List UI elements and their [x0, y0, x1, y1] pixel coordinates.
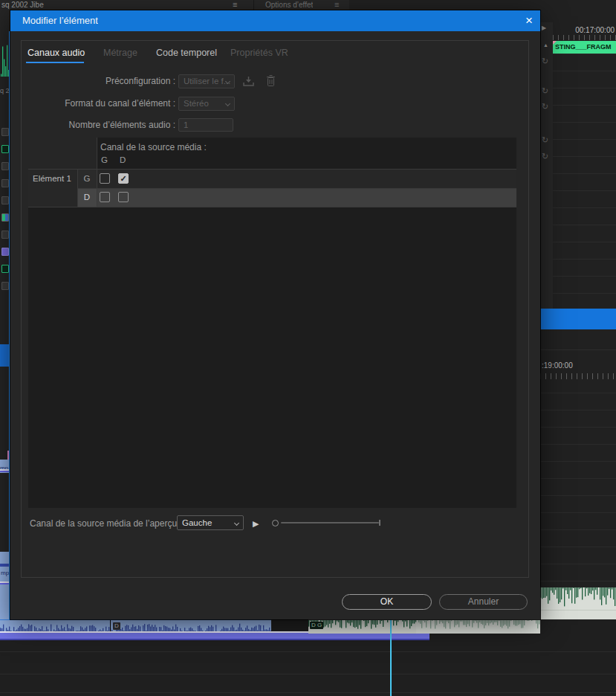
clip-count-label: Nombre d’éléments audio : [10, 120, 175, 130]
active-tab-underline [26, 62, 84, 63]
bin-item-icon[interactable] [1, 128, 9, 136]
track-separator [0, 674, 616, 674]
tab-bar-filler [349, 0, 616, 10]
preview-channel-value: Gauche [182, 518, 212, 527]
panel-divider [253, 0, 254, 10]
bin-item-icon[interactable] [1, 282, 9, 290]
channel-checkbox-d-g[interactable] [100, 192, 110, 202]
dialog-title-bar[interactable]: Modifier l’élément × [10, 10, 540, 31]
track-separator [0, 651, 616, 652]
timeline-bottom-panel: D D G [0, 619, 616, 696]
preview-play-button[interactable]: ▶ [253, 518, 259, 529]
dialog-title: Modifier l’élément [22, 15, 98, 26]
sync-lock-icon[interactable]: ↻ [542, 135, 548, 145]
audio-clip-white[interactable]: D G [308, 619, 540, 634]
channel-badge-dg: D G [310, 622, 323, 629]
chevron-down-icon [234, 521, 239, 526]
premiere-screen: sq 2002 Jibe ≡ Options d’effet ≡ q 2 mp … [0, 0, 616, 696]
track-separator [540, 349, 616, 350]
channel-checkbox-d-d[interactable] [118, 192, 129, 202]
bin-item-icon[interactable] [1, 231, 9, 239]
preset-select[interactable]: Utiliser le f... [178, 74, 235, 88]
cancel-button[interactable]: Annuler [439, 594, 528, 610]
column-header-d: D [120, 155, 126, 164]
delete-preset-icon[interactable] [266, 74, 276, 87]
timecode-display: 00:17:00:00 [553, 26, 615, 34]
bin-item-icon[interactable] [1, 179, 9, 187]
sync-lock-icon[interactable]: ↻ [542, 102, 548, 112]
preset-value: Utiliser le f... [184, 77, 230, 86]
row-group-label: Elément 1 [28, 170, 77, 207]
timecode-display-2: :19:00:00 [542, 361, 601, 370]
sync-lock-icon[interactable]: ↻ [542, 57, 548, 66]
violet-clip-bar[interactable] [0, 633, 429, 639]
audio-clip-periwinkle[interactable]: D [0, 619, 271, 631]
chevron-down-icon [225, 101, 230, 106]
audio-item-icon[interactable] [1, 213, 9, 222]
timeline-right-panel: ▶ 00:17:00:00 STING___FRAGM ▲ ↻ ↻ ↻ ↻ ↻ … [540, 10, 616, 696]
collapse-track-icon[interactable]: ▲ [543, 42, 548, 48]
effect-controls-panel-tab[interactable]: Options d’effet [265, 1, 313, 9]
panel-menu-icon-2[interactable]: ≡ [334, 0, 339, 10]
panel-menu-icon[interactable]: ≡ [233, 0, 237, 10]
channel-format-select[interactable]: Stéréo [178, 97, 235, 111]
preset-label: Préconfiguration : [10, 76, 175, 86]
row-d-strip-highlighted[interactable] [97, 188, 516, 207]
time-ruler-2[interactable] [540, 373, 616, 379]
tab-footage[interactable]: Métrage [103, 48, 137, 58]
channel-format-value: Stéréo [184, 99, 209, 108]
bin-item-icon[interactable] [1, 162, 9, 170]
column-header-g: G [101, 155, 108, 164]
violet-clip-bottom [0, 639, 429, 640]
bin-item-label[interactable]: q 2 [0, 87, 10, 94]
channel-checkbox-g-g[interactable] [100, 173, 110, 184]
sequence-item-icon[interactable] [1, 265, 9, 273]
bin-item-icon[interactable] [1, 196, 9, 204]
row-label-g: G [77, 170, 97, 188]
channel-badge: D [113, 622, 120, 630]
ok-button[interactable]: OK [342, 594, 432, 610]
audio-thumbnail-waveform [1, 33, 9, 77]
track-rows [553, 54, 616, 309]
tab-audio-channels[interactable]: Canaux audio [27, 48, 85, 58]
sync-lock-icon[interactable]: ↻ [542, 152, 548, 161]
channel-format-label: Format du canal d’élément : [10, 98, 175, 109]
media-source-header: Canal de la source média : [100, 142, 207, 152]
sequence-item-icon[interactable] [1, 145, 9, 153]
color-matte-item-icon[interactable] [1, 248, 9, 256]
project-panel-sliver: q 2 mp mp, [0, 10, 10, 696]
sync-lock-icon[interactable]: ↻ [542, 86, 548, 96]
row-label-d: D [77, 188, 97, 207]
nested-nav-icon[interactable]: ▶ [542, 25, 546, 31]
clip-count-input[interactable] [178, 118, 233, 132]
volume-slider-track[interactable] [281, 522, 379, 523]
table-corner-cell [28, 138, 97, 170]
modify-clip-dialog: Modifier l’élément × Canaux audio Métrag… [10, 10, 540, 619]
channel-checkbox-g-d[interactable]: ✓ [118, 173, 129, 184]
tab-timecode[interactable]: Code temporel [156, 48, 217, 58]
playhead-line[interactable] [390, 619, 392, 696]
channel-matrix-table: Canal de la source média : G D Elément 1… [28, 138, 516, 508]
save-preset-icon[interactable] [242, 76, 255, 87]
track-separator [0, 692, 616, 693]
clip-marker-corner [553, 41, 557, 45]
preview-channel-label: Canal de la source média de l’aperçu : [30, 518, 182, 529]
panel-tab-bar: sq 2002 Jibe ≡ Options d’effet ≡ [0, 0, 616, 10]
clip-label: STING___FRAGM [553, 41, 616, 53]
tab-vr-properties[interactable]: Propriétés VR [230, 48, 288, 58]
close-icon[interactable]: × [525, 13, 533, 29]
clip-edit-point[interactable] [110, 620, 111, 632]
sting-audio-clip[interactable]: STING___FRAGM [553, 41, 616, 54]
volume-slider-end [379, 520, 380, 526]
volume-slider-knob[interactable] [272, 520, 279, 526]
row-g-strip [97, 170, 516, 188]
time-ruler[interactable] [553, 35, 616, 40]
track-rows-2 [540, 393, 616, 587]
selected-video-clip[interactable] [540, 309, 616, 329]
sequence-panel-tab[interactable]: sq 2002 Jibe [1, 1, 44, 9]
preview-channel-select[interactable]: Gauche [177, 515, 244, 530]
